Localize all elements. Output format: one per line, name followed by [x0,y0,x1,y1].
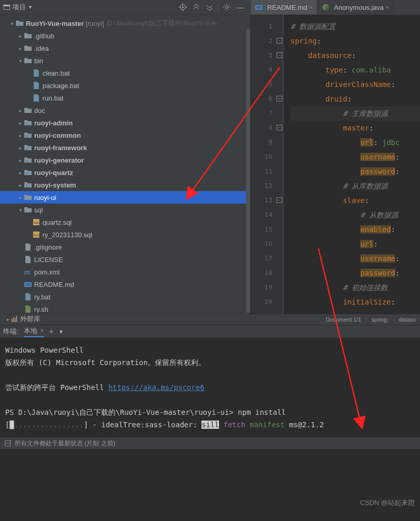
add-terminal-icon[interactable]: + [49,327,53,336]
tree-item-.idea[interactable]: ▸.idea [0,42,250,54]
bat-icon [32,94,40,102]
bat-icon [32,69,40,77]
svg-rect-14 [26,172,28,175]
hide-icon[interactable]: — [236,3,244,11]
close-icon[interactable]: × [309,4,312,10]
library-icon [11,316,17,322]
maven-icon: m [24,268,32,276]
line-gutter: 1234567891011121314151617181920 [251,15,276,314]
code-area[interactable]: # 数据源配置spring: datasource: type: com.ali… [283,15,420,314]
crumb-1[interactable]: spring: [371,316,388,323]
terminal-body[interactable]: Windows PowerShell 版权所有 (C) Microsoft Co… [0,338,420,437]
tree-item-ruoyi-common[interactable]: ▸ruoyi-common [0,129,250,141]
svg-text:m: m [24,269,30,276]
md-icon: MD [255,3,263,11]
external-libraries-label: 外部库 [20,314,40,324]
java-icon: @ [322,3,330,11]
svg-rect-12 [26,148,28,150]
svg-text:MD: MD [256,6,262,9]
collapse-all-icon[interactable] [206,3,214,11]
pscore-link[interactable]: https://aka.ms/pscore6 [108,383,204,392]
status-text: 所有文件都处于最新状态 (片刻 之前) [15,439,115,448]
project-label: 项目 [12,3,26,12]
editor[interactable]: 1234567891011121314151617181920 −−−−− # … [251,15,420,314]
terminal-label: 终端: [3,327,19,336]
close-icon[interactable]: × [386,4,389,10]
svg-rect-9 [18,23,20,25]
crumb-2[interactable]: dataso [399,316,416,323]
project-toolbar: 项目 ▼ — [0,0,250,15]
project-tree[interactable]: ▾RuoYi-Vue-master [ruoyi]D:\Java\ruoyi\自… [0,15,250,313]
module-icon [24,181,32,189]
bat-icon [32,81,40,90]
tree-item-ruoyi-quartz[interactable]: ▸ruoyi-quartz [0,166,250,179]
tab-README.md[interactable]: MDREADME.md× [251,0,317,15]
sql-icon: SQL [32,218,40,226]
vcs-icon[interactable] [4,440,11,447]
svg-rect-1 [4,5,10,7]
folder-icon [24,106,32,114]
svg-text:@: @ [324,5,329,10]
module-icon [24,119,32,127]
tree-item-ruoyi-generator[interactable]: ▸ruoyi-generator [0,154,250,166]
tree-item-ry_20231130.sql[interactable]: ▸SQLry_20231130.sql [0,228,250,241]
sql-icon: SQL [32,230,40,239]
md-icon: MD [24,280,32,288]
tree-item-.github[interactable]: ▸.github [0,30,250,42]
external-libraries[interactable]: ▸ 外部库 [0,313,250,325]
folder-icon [24,206,32,214]
module-icon [24,131,32,139]
bat-icon [24,293,32,301]
terminal-tab[interactable]: 本地 × [24,326,44,337]
svg-rect-15 [26,185,28,187]
sh-icon [24,305,32,313]
tree-item-doc[interactable]: ▸doc [0,104,250,117]
locate-icon[interactable] [179,3,187,11]
svg-text:SQL: SQL [34,234,40,237]
module-icon [24,156,32,164]
tree-item-clean.bat[interactable]: ▸clean.bat [0,67,250,79]
project-tool-window: 项目 ▼ — ▾RuoYi-Vue-master [ruoyi]D:\Java\… [0,0,251,325]
svg-point-3 [182,7,184,8]
scrollbar-thumb[interactable] [246,28,250,313]
editor-area: MDREADME.md×@Anonymous.java× 12345678910… [251,0,420,325]
project-icon [3,4,10,11]
settings-icon[interactable] [223,3,231,11]
svg-rect-10 [26,123,28,125]
terminal-menu-icon[interactable]: ▼ [59,329,64,335]
svg-rect-11 [26,135,28,137]
folder-icon [24,44,32,52]
file-icon [24,243,32,251]
tree-item-package.bat[interactable]: ▸package.bat [0,79,250,92]
tree-item-ry.bat[interactable]: ▸ry.bat [0,291,250,303]
status-bar: 所有文件都处于最新状态 (片刻 之前) [0,437,420,449]
tree-item-LICENSE[interactable]: ▸LICENSE [0,253,250,266]
tree-item-README.md[interactable]: ▸MDREADME.md [0,278,250,291]
tree-item-sql[interactable]: ▾sql [0,204,250,216]
tree-item-run.bat[interactable]: ▸run.bat [0,92,250,104]
svg-point-8 [226,6,228,9]
breadcrumbs[interactable]: Document 1/1 › spring: › dataso [251,314,420,325]
svg-rect-13 [26,160,28,162]
project-selector[interactable]: 项目 ▼ [3,3,33,12]
tree-item-pom.xml[interactable]: ▸mpom.xml [0,266,250,278]
watermark: CSDN @站起来蹬 [360,498,415,508]
folder-icon [24,56,32,65]
folder-icon [24,193,32,201]
tree-item-ruoyi-admin[interactable]: ▸ruoyi-admin [0,117,250,129]
file-icon [24,255,32,264]
tree-item-RuoYi-Vue-master[interactable]: ▾RuoYi-Vue-master [ruoyi]D:\Java\ruoyi\自… [0,17,250,30]
module-icon [16,19,24,27]
svg-text:MD: MD [25,283,31,286]
editor-tabs: MDREADME.md×@Anonymous.java× [251,0,420,15]
tree-item-.gitignore[interactable]: ▸.gitignore [0,241,250,253]
tab-Anonymous.java[interactable]: @Anonymous.java× [317,0,394,15]
tree-item-bin[interactable]: ▾bin [0,54,250,67]
terminal-header: 终端: 本地 × + ▼ [0,325,420,338]
tree-item-quartz.sql[interactable]: ▸SQLquartz.sql [0,216,250,228]
tree-item-ruoyi-ui[interactable]: ▸ruoyi-ui [0,191,250,204]
tree-item-ry.sh[interactable]: ▸ry.sh [0,303,250,313]
tree-item-ruoyi-framework[interactable]: ▸ruoyi-framework [0,141,250,154]
tree-item-ruoyi-system[interactable]: ▸ruoyi-system [0,179,250,191]
expand-all-icon[interactable] [192,3,200,11]
